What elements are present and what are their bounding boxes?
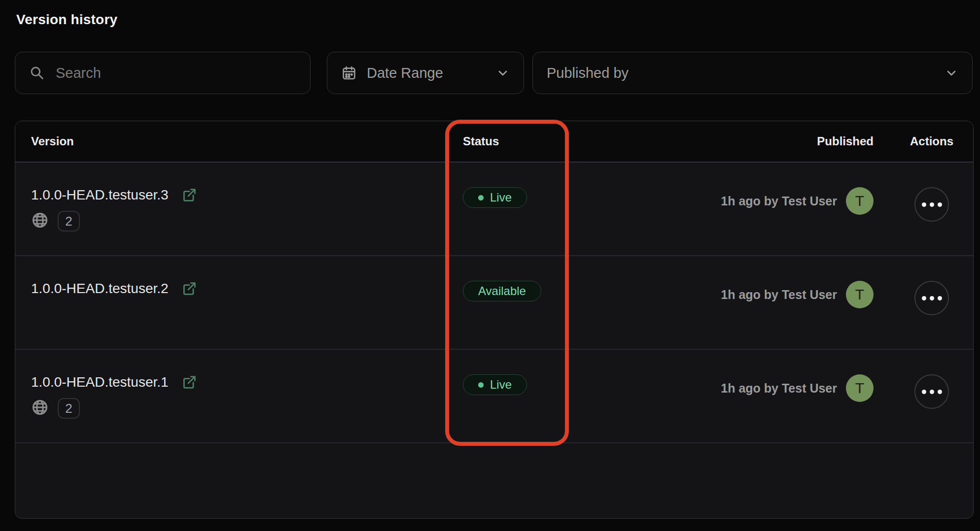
version-cell: 1.0.0-HEAD.testuser.2 — [31, 281, 463, 297]
published-text: 1h ago by Test User — [721, 288, 837, 302]
search-input-container[interactable] — [15, 52, 311, 94]
published-cell: 1h ago by Test User T — [675, 281, 908, 308]
row-actions-menu-button[interactable] — [914, 281, 949, 315]
table-row: 1.0.0-HEAD.testuser.3 — [15, 163, 973, 256]
external-link-icon[interactable] — [181, 374, 197, 390]
avatar: T — [846, 374, 874, 402]
version-cell: 1.0.0-HEAD.testuser.1 — [31, 374, 463, 419]
avatar: T — [846, 187, 874, 215]
version-name: 1.0.0-HEAD.testuser.2 — [31, 281, 169, 297]
environment-count-badge: 2 — [58, 398, 80, 419]
published-by-dropdown[interactable]: Published by — [532, 52, 973, 94]
published-cell: 1h ago by Test User T — [675, 187, 908, 215]
status-cell: Live — [463, 374, 675, 395]
column-header-actions: Actions — [908, 134, 955, 148]
status-badge-live: Live — [463, 374, 527, 395]
environment-count-badge: 2 — [58, 211, 80, 232]
row-actions-menu-button[interactable] — [914, 374, 949, 409]
published-by-label: Published by — [547, 65, 629, 81]
chevron-down-icon — [496, 66, 510, 80]
version-name: 1.0.0-HEAD.testuser.3 — [31, 187, 169, 203]
column-header-status: Status — [463, 134, 675, 148]
external-link-icon[interactable] — [181, 281, 197, 297]
version-history-screen: Version history Date Range — [0, 0, 980, 531]
date-range-dropdown[interactable]: Date Range — [327, 52, 524, 94]
page-title: Version history — [16, 12, 117, 28]
search-icon — [29, 65, 45, 81]
version-cell: 1.0.0-HEAD.testuser.3 — [31, 187, 463, 232]
version-history-table: Version Status Published Actions 1.0.0-H… — [15, 121, 974, 519]
globe-icon — [31, 398, 49, 418]
chevron-down-icon — [945, 66, 958, 80]
date-range-label: Date Range — [367, 65, 443, 81]
status-badge-available: Available — [463, 281, 541, 301]
status-cell: Available — [463, 281, 675, 301]
published-text: 1h ago by Test User — [721, 194, 837, 208]
version-name: 1.0.0-HEAD.testuser.1 — [31, 374, 169, 390]
globe-icon — [31, 211, 49, 231]
column-header-published: Published — [675, 134, 908, 148]
row-actions-menu-button[interactable] — [914, 187, 949, 222]
table-row: 1.0.0-HEAD.testuser.1 — [15, 350, 973, 443]
published-text: 1h ago by Test User — [721, 381, 837, 396]
table-header: Version Status Published Actions — [15, 121, 973, 163]
search-input[interactable] — [56, 65, 296, 81]
table-row: 1.0.0-HEAD.testuser.2 Available 1h — [15, 256, 973, 350]
status-cell: Live — [463, 187, 675, 208]
column-header-version: Version — [31, 134, 463, 148]
calendar-icon — [341, 65, 357, 81]
external-link-icon[interactable] — [181, 187, 197, 203]
status-badge-live: Live — [463, 187, 527, 208]
live-dot-icon — [478, 195, 484, 200]
avatar: T — [846, 281, 874, 308]
published-cell: 1h ago by Test User T — [675, 374, 908, 402]
live-dot-icon — [478, 382, 484, 388]
